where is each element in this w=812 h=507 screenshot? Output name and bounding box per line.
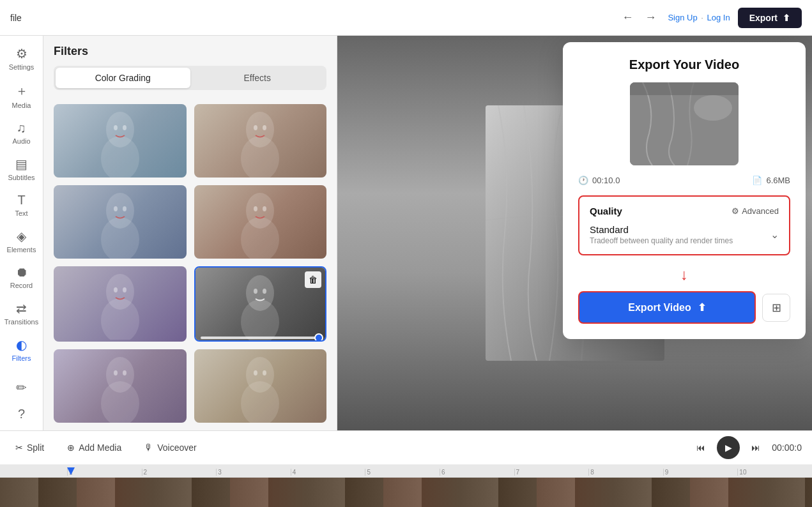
svg-point-18 [114, 287, 118, 292]
export-grid-button[interactable]: ⊞ [762, 294, 790, 322]
sidebar-item-settings[interactable]: ⚙ Settings [3, 41, 41, 76]
pen-icon: ✏ [16, 380, 27, 395]
sidebar-item-media[interactable]: ＋ Media [3, 77, 41, 114]
tick-4: 4 [291, 469, 365, 476]
filter-card-clayton[interactable]: 🗑 Clayton 1 [194, 266, 327, 342]
file-label: file [10, 13, 22, 23]
sidebar-item-subtitles[interactable]: ▤ Subtitles [3, 151, 41, 186]
filter-card-bottom2[interactable] [194, 349, 327, 423]
tick-10: 10 [737, 469, 812, 476]
filter-card-bottom1[interactable] [54, 349, 187, 423]
tick-7: 7 [514, 469, 589, 476]
svg-point-6 [254, 125, 257, 130]
svg-point-1 [101, 136, 139, 178]
filters-header: Filters Color Grading Effects [43, 36, 337, 96]
tick-6: 6 [440, 469, 514, 476]
sidebar-item-label-text: Text [15, 209, 27, 217]
split-icon: ✂ [15, 443, 23, 453]
export-preview-inner [630, 82, 739, 165]
face-svg-anais [234, 188, 286, 259]
rewind-button[interactable]: ⏮ [691, 440, 710, 455]
log-in-link[interactable]: Log In [707, 13, 730, 22]
export-duration: 🕐 00:10.0 [578, 176, 620, 185]
auth-links: Sign Up · Log In [668, 13, 730, 22]
filter-slider-fill [201, 337, 321, 339]
sidebar-item-elements[interactable]: ◈ Elements [3, 223, 41, 259]
settings-icon: ⚙ [16, 46, 27, 61]
sidebar-item-label-elements: Elements [7, 246, 36, 254]
forward-button[interactable]: → [641, 8, 660, 27]
filters-grid: Lason Yoann [43, 96, 337, 430]
split-button[interactable]: ✂ Split [10, 440, 49, 455]
export-dialog-title: Export Your Video [578, 57, 790, 72]
svg-point-3 [123, 125, 126, 130]
export-video-label: Export Video [628, 302, 691, 314]
export-actions: Export Video ⬆ ⊞ [578, 291, 790, 324]
timeline-track-inner [0, 478, 812, 507]
advanced-settings-icon: ⚙ [732, 206, 739, 216]
filter-slider-thumb[interactable] [314, 333, 323, 342]
filter-card-lidija[interactable]: Lidija [54, 185, 187, 259]
sidebar-item-transitions[interactable]: ⇄ Transitions [3, 296, 41, 331]
svg-point-19 [123, 287, 126, 292]
svg-point-10 [114, 206, 118, 211]
filters-icon: ◐ [16, 337, 27, 352]
face-svg-lason [95, 107, 146, 178]
sidebar-item-text[interactable]: T Text [3, 188, 41, 222]
filter-tabs: Color Grading Effects [54, 66, 326, 90]
filter-slider-track [201, 337, 321, 339]
face-svg-auden [95, 269, 146, 340]
sidebar-item-pen[interactable]: ✏ [3, 375, 41, 400]
export-meta: 🕐 00:10.0 📄 6.6MB [578, 176, 790, 185]
filter-card-auden[interactable]: Auden [54, 266, 187, 342]
face-svg-bottom2 [234, 352, 286, 423]
filter-card-lason[interactable]: Lason [54, 104, 187, 178]
export-duration-value: 00:10.0 [592, 176, 620, 185]
tab-color-grading[interactable]: Color Grading [56, 68, 190, 88]
timeline-track[interactable] [0, 478, 812, 507]
export-dialog: Export Your Video [563, 42, 806, 339]
clock-icon: 🕐 [578, 176, 588, 185]
back-button[interactable]: ← [618, 8, 637, 27]
quality-option-desc: Tradeoff between quality and render time… [590, 236, 733, 245]
quality-select[interactable]: Standard Tradeoff between quality and re… [590, 224, 779, 245]
export-video-upload-icon: ⬆ [698, 301, 706, 314]
filter-thumb-lason [54, 104, 187, 178]
filter-delete-button-clayton[interactable]: 🗑 [305, 271, 321, 288]
topbar: file ← → Sign Up · Log In Export ⬆ [0, 0, 812, 36]
voiceover-button[interactable]: 🎙 Voiceover [139, 440, 201, 455]
tick-9: 9 [663, 469, 738, 476]
add-media-button[interactable]: ⊕ Add Media [62, 440, 126, 455]
sign-up-link[interactable]: Sign Up [668, 13, 697, 22]
svg-point-14 [254, 206, 257, 211]
sidebar-item-label-media: Media [12, 102, 31, 109]
filter-card-anais[interactable]: Anais [194, 185, 327, 259]
sidebar-item-label-subtitles: Subtitles [8, 174, 34, 181]
tab-effects[interactable]: Effects [190, 68, 325, 88]
advanced-button[interactable]: ⚙ Advanced [732, 206, 779, 216]
file-icon: 📄 [752, 176, 762, 185]
play-button[interactable]: ▶ [717, 436, 740, 459]
quality-option-name: Standard [590, 224, 733, 235]
sidebar-item-filters[interactable]: ◐ Filters [3, 332, 41, 367]
svg-point-29 [241, 381, 279, 423]
face-svg-bottom1 [95, 352, 146, 423]
sidebar-item-record[interactable]: ⏺ Record [3, 260, 41, 294]
split-label: Split [27, 443, 44, 453]
export-button[interactable]: Export ⬆ [738, 8, 802, 28]
svg-point-17 [101, 298, 139, 340]
tick-2: 2 [142, 469, 217, 476]
filter-card-yoann[interactable]: Yoann [194, 104, 327, 178]
sidebar-item-help[interactable]: ? [3, 402, 41, 427]
help-icon: ? [18, 407, 25, 421]
sidebar-item-audio[interactable]: ♫ Audio [3, 116, 41, 150]
tick-3: 3 [216, 469, 291, 476]
export-video-button[interactable]: Export Video ⬆ [578, 291, 756, 324]
quality-chevron-icon: ⌄ [770, 229, 779, 241]
export-arrow: ↓ [578, 266, 790, 284]
svg-rect-35 [630, 82, 739, 95]
fast-forward-button[interactable]: ⏭ [746, 440, 765, 455]
preview-area: Export Your Video [337, 36, 812, 430]
media-icon: ＋ [15, 82, 28, 100]
timeline-controls: ⏮ ▶ ⏭ 00:00:0 [691, 436, 802, 459]
